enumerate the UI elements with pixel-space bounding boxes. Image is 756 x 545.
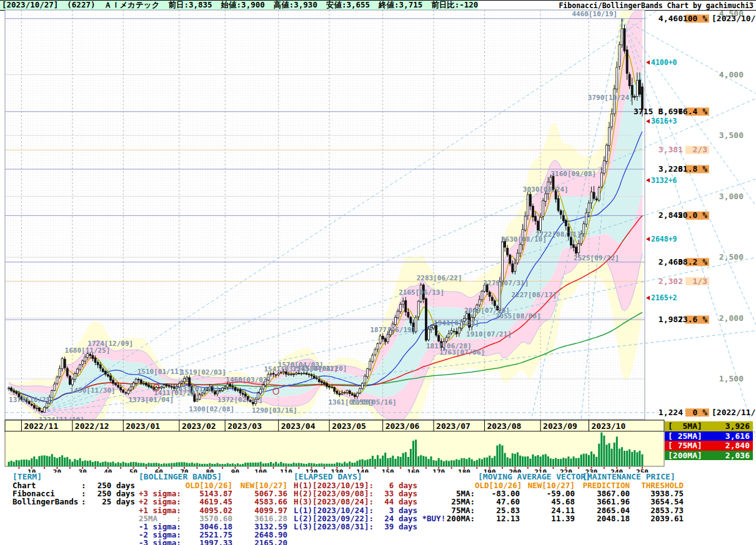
svg-text:4460[10/19]: 4460[10/19] (572, 10, 617, 18)
sigma-old-value: 1997.33 (184, 539, 232, 545)
svg-text:2648+9: 2648+9 (651, 235, 677, 243)
svg-text:3,381: 3,381 (659, 145, 683, 154)
ma-legend-row: [ 25MA]3,616 (665, 431, 753, 441)
svg-text:2279[07/31]: 2279[07/31] (484, 279, 529, 287)
y-axis-labels: 4,5004,0003,5003,0002,5002,0001,500 (719, 9, 744, 383)
bollinger-section: [BOLLINGER BANDS] OLD[10/26] NEW[10/27] … (139, 473, 292, 545)
svg-text:2023/07: 2023/07 (436, 421, 470, 431)
table-row: L(3)[2023/08/31]:39 days (294, 523, 475, 531)
elapsed-value: 24 days (379, 514, 417, 523)
svg-text:2055[08/08]: 2055[08/08] (495, 312, 541, 320)
ma-legend-value: 3,926 (725, 421, 750, 431)
sigma-old-value: 4619.45 (184, 498, 232, 506)
svg-text:1460[03/02]: 1460[03/02] (226, 376, 271, 384)
vector-old-value: 12.13 (475, 514, 520, 523)
svg-text:2525[09/22]: 2525[09/22] (574, 254, 619, 262)
svg-text:38.2 %: 38.2 % (678, 257, 707, 267)
svg-text:1519[02/03]: 1519[02/03] (181, 368, 226, 376)
elapsed-label: L(1)[2023/10/24]: (294, 506, 379, 514)
svg-text:4,000: 4,000 (719, 70, 744, 79)
sigma-new-value: 2165.20 (232, 539, 287, 545)
vector-old-value: 25.83 (475, 506, 520, 514)
svg-text:2023/06: 2023/06 (385, 421, 420, 431)
vector-new-value: 45.68 (520, 498, 575, 506)
svg-text:2/3: 2/3 (693, 145, 707, 154)
elapsed-value: 3 days (379, 506, 417, 514)
svg-text:1,500: 1,500 (719, 374, 744, 383)
ma-legend-row: [ 75MA]2,840 (665, 441, 753, 451)
sigma-new-value: 3616.28 (232, 514, 287, 523)
date-axis: 2022/112022/122023/012023/022023/032023/… (5, 420, 664, 431)
sigma-old-value: 4095.02 (184, 506, 232, 514)
elapsed-value: 44 days (379, 498, 417, 506)
sigma-old-value: 3570.60 (184, 514, 232, 523)
table-cell: : (81, 498, 87, 506)
buy-flag (417, 523, 455, 531)
table-row: BollingerBands:25 days (12, 498, 137, 506)
svg-text:1353[05/16]: 1353[05/16] (351, 398, 397, 406)
svg-text:2,000: 2,000 (719, 313, 744, 323)
svg-text:1290[03/16]: 1290[03/16] (252, 406, 297, 415)
sigma-new-value: 4099.97 (232, 506, 287, 514)
ma-legend-value: 2,840 (725, 441, 750, 450)
sigma-label: +2 sigma: (139, 498, 184, 506)
svg-text:1724[12/09]: 1724[12/09] (87, 340, 133, 348)
svg-text:2022/12: 2022/12 (75, 421, 109, 431)
svg-text:1680[11/25]: 1680[11/25] (65, 346, 111, 355)
term-title: [TERM] (12, 473, 137, 481)
svg-text:1372[02/22]: 1372[02/22] (217, 396, 263, 404)
svg-text:3132+6: 3132+6 (651, 176, 677, 185)
svg-text:2165+2: 2165+2 (651, 293, 677, 302)
table-row: 25MA:47.6045.68 (445, 498, 576, 506)
table-row: +1 sigma:4095.024099.97 (139, 506, 292, 514)
svg-text:2023/02: 2023/02 (182, 421, 216, 431)
ma-legend-label: [ 5MA] (668, 421, 702, 431)
maintenance-prediction: 2048.18 (582, 514, 630, 523)
svg-text:1877[06/19]: 1877[06/19] (371, 326, 416, 334)
maintenance-section: [MAINTENANCE PRICE] PREDICTION THRESHOLD… (582, 473, 689, 523)
sigma-label: +1 sigma: (139, 506, 184, 514)
svg-text:3,500: 3,500 (719, 130, 744, 140)
ma-legend-label: [200MA] (668, 451, 702, 460)
svg-text:2023/08: 2023/08 (487, 421, 522, 431)
svg-text:1,224: 1,224 (659, 408, 683, 417)
svg-text:23.6 %: 23.6 % (678, 315, 707, 324)
ma-legend-row: [ 5MA]3,926 (665, 421, 753, 431)
svg-text:2023/01: 2023/01 (126, 421, 160, 431)
svg-text:1510[01/11]: 1510[01/11] (137, 368, 183, 376)
elapsed-label: H(3)[2023/08/24]: (294, 498, 379, 506)
table-row: 75MA:25.8324.11 (445, 506, 576, 514)
vector-label: 75MA: (445, 506, 475, 514)
vector-title: [MOVING AVERAGE VECTOR] (445, 473, 576, 481)
table-row: 25MA :3570.603616.28 (139, 514, 292, 523)
svg-text:3160[09/08]: 3160[09/08] (550, 170, 596, 178)
vector-label: 25MA: (445, 498, 475, 506)
table-row: 200MA:12.1311.39 (445, 514, 576, 523)
svg-text:3616+3: 3616+3 (651, 117, 677, 125)
term-label: BollingerBands (12, 498, 81, 506)
table-row: 3661.963654.54 (582, 498, 689, 506)
svg-text:2022/11: 2022/11 (24, 421, 58, 431)
table-row: 2048.182039.61 (582, 514, 689, 523)
table-row: 2865.042853.73 (582, 506, 689, 514)
svg-text:2227[08/17]: 2227[08/17] (511, 291, 557, 299)
volume-panel: 1020304050607080901001101201301401501601… (5, 431, 664, 476)
svg-text:1941[07/03]: 1941[07/03] (434, 319, 479, 327)
svg-text:76.4 %: 76.4 % (678, 107, 707, 116)
maintenance-prediction: 3661.96 (582, 498, 630, 506)
svg-text:2023/09: 2023/09 (543, 421, 577, 431)
svg-text:4,460: 4,460 (659, 14, 683, 23)
svg-text:50.0 %: 50.0 % (678, 210, 707, 220)
maintenance-threshold: 3654.54 (630, 498, 684, 506)
sigma-label: 25MA : (139, 514, 184, 523)
svg-text:61.8 %: 61.8 % (678, 164, 707, 174)
svg-text:1763[07/06]: 1763[07/06] (439, 348, 485, 356)
svg-text:2,500: 2,500 (719, 252, 744, 262)
svg-text:2283[06/22]: 2283[06/22] (417, 274, 462, 282)
bollinger-title: [BOLLINGER BANDS] (139, 473, 292, 481)
svg-text:[2023/10/19]: [2023/10/19] (712, 14, 756, 23)
maintenance-prediction: 2865.04 (582, 506, 630, 514)
svg-text:0 %: 0 % (693, 408, 708, 417)
ma-legend-value: 3,616 (725, 431, 750, 441)
sigma-label: -3 sigma: (139, 539, 184, 545)
